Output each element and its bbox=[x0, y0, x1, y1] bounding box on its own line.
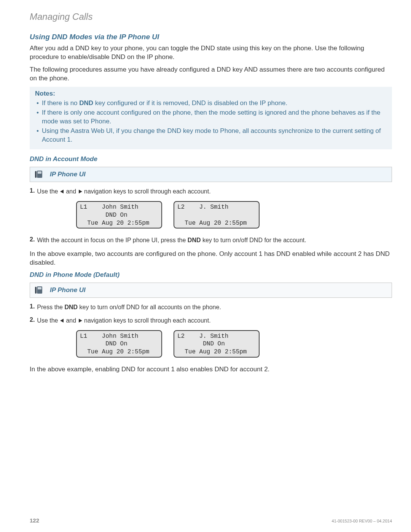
step-number: 1. bbox=[30, 303, 35, 312]
text: key to turn on/off DND for all accounts … bbox=[78, 304, 221, 310]
nav-left-icon bbox=[60, 318, 64, 323]
step-number: 2. bbox=[30, 236, 35, 244]
step-number: 2. bbox=[30, 316, 35, 325]
phone-summary: In the above example, enabling DND for a… bbox=[30, 365, 392, 374]
ip-phone-ui-label: IP Phone UI bbox=[50, 171, 86, 178]
lcd-screen-l1: L1 John Smith DND On Tue Aug 20 2:55pm bbox=[76, 201, 162, 228]
text: navigation keys to scroll through each a… bbox=[84, 317, 211, 324]
step-number: 1. bbox=[30, 187, 35, 196]
note-text: If there is no bbox=[42, 99, 79, 107]
page-header: Managing Calls bbox=[30, 11, 392, 22]
document-id: 41-001523-00 REV00 – 04.2014 bbox=[332, 519, 392, 523]
step: 2. Use the and navigation keys to scroll… bbox=[30, 316, 392, 325]
step: 1. Press the DND key to turn on/off DND … bbox=[30, 303, 392, 312]
note-text: key configured or if it is removed, DND … bbox=[93, 99, 287, 107]
ip-phone-ui-label: IP Phone UI bbox=[50, 286, 86, 294]
nav-right-icon bbox=[78, 189, 83, 194]
svg-marker-4 bbox=[79, 190, 82, 193]
note-item: If there is no DND key configured or if … bbox=[35, 99, 387, 108]
step: 1. Use the and navigation keys to scroll… bbox=[30, 187, 392, 196]
lcd-row: L1 John Smith DND On Tue Aug 20 2:55pm L… bbox=[76, 330, 392, 358]
lcd-row: L1 John Smith DND On Tue Aug 20 2:55pm L… bbox=[76, 201, 392, 228]
text: and bbox=[66, 188, 78, 195]
account-mode-title: DND in Account Mode bbox=[30, 155, 392, 163]
ip-phone-ui-bar: IP Phone UI bbox=[30, 167, 392, 182]
step-text: With the account in focus on the IP phon… bbox=[37, 236, 306, 244]
svg-marker-9 bbox=[79, 319, 82, 323]
note-item: Using the Aastra Web UI, if you change t… bbox=[35, 127, 387, 144]
step-text: Use the and navigation keys to scroll th… bbox=[37, 316, 210, 325]
step-text: Press the DND key to turn on/off DND for… bbox=[37, 303, 221, 312]
lcd-screen-l2: L2 J. Smith Tue Aug 20 2:55pm bbox=[174, 201, 260, 228]
nav-left-icon bbox=[60, 189, 64, 194]
key-name: DND bbox=[64, 304, 78, 310]
note-item: If there is only one account configured … bbox=[35, 109, 387, 126]
text: key to turn on/off DND for the account. bbox=[201, 237, 306, 243]
text: Press the bbox=[37, 304, 64, 310]
text: Use the bbox=[37, 317, 60, 324]
step: 2. With the account in focus on the IP p… bbox=[30, 236, 392, 244]
nav-right-icon bbox=[78, 318, 83, 323]
text: Use the bbox=[37, 188, 60, 195]
text: navigation keys to scroll through each a… bbox=[84, 188, 211, 195]
text: With the account in focus on the IP phon… bbox=[37, 237, 188, 243]
lcd-screen-l1: L1 John Smith DND On Tue Aug 20 2:55pm bbox=[76, 330, 162, 358]
key-name: DND bbox=[188, 237, 201, 243]
svg-rect-2 bbox=[35, 171, 37, 178]
note-bold: DND bbox=[79, 99, 93, 107]
section-title: Using DND Modes via the IP Phone UI bbox=[30, 33, 392, 41]
step-text: Use the and navigation keys to scroll th… bbox=[37, 187, 210, 196]
page-footer: 122 41-001523-00 REV00 – 04.2014 bbox=[30, 517, 392, 524]
svg-rect-6 bbox=[38, 287, 41, 289]
account-summary: In the above example, two accounts are c… bbox=[30, 250, 392, 267]
phone-icon bbox=[34, 285, 44, 295]
intro-paragraph-1: After you add a DND key to your phone, y… bbox=[30, 44, 392, 62]
page-number: 122 bbox=[30, 517, 39, 524]
phone-icon bbox=[34, 169, 44, 179]
ip-phone-ui-bar: IP Phone UI bbox=[30, 283, 392, 298]
lcd-screen-l2: L2 J. Smith DND On Tue Aug 20 2:55pm bbox=[174, 330, 260, 358]
svg-rect-1 bbox=[38, 171, 41, 174]
notes-box: Notes: If there is no DND key configured… bbox=[30, 87, 392, 150]
text: and bbox=[66, 317, 78, 324]
svg-marker-3 bbox=[60, 190, 64, 193]
intro-paragraph-2: The following procedures assume you have… bbox=[30, 66, 392, 83]
svg-marker-8 bbox=[60, 319, 64, 323]
phone-mode-title: DND in Phone Mode (Default) bbox=[30, 271, 392, 279]
notes-title: Notes: bbox=[35, 90, 387, 97]
svg-rect-7 bbox=[35, 287, 37, 294]
